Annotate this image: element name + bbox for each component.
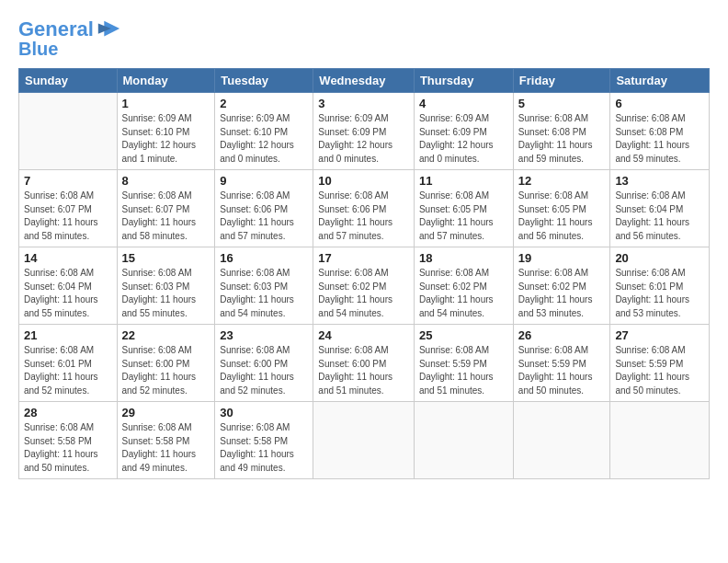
day-info: Sunrise: 6:08 AMSunset: 6:04 PMDaylight:… (24, 267, 112, 320)
day-info: Sunrise: 6:08 AMSunset: 6:03 PMDaylight:… (220, 267, 308, 320)
day-info: Sunrise: 6:08 AMSunset: 6:02 PMDaylight:… (318, 267, 409, 320)
day-info: Sunrise: 6:08 AMSunset: 5:59 PMDaylight:… (518, 344, 606, 397)
day-number: 27 (615, 328, 704, 342)
day-info: Sunrise: 6:08 AMSunset: 6:01 PMDaylight:… (24, 344, 112, 397)
calendar-cell: 29Sunrise: 6:08 AMSunset: 5:58 PMDayligh… (117, 402, 215, 479)
day-number: 30 (220, 406, 308, 419)
day-number: 5 (518, 97, 606, 110)
day-number: 9 (220, 174, 308, 188)
day-info: Sunrise: 6:08 AMSunset: 5:58 PMDaylight:… (122, 421, 210, 475)
day-number: 7 (24, 174, 112, 188)
day-info: Sunrise: 6:08 AMSunset: 6:06 PMDaylight:… (220, 190, 308, 243)
day-info: Sunrise: 6:08 AMSunset: 6:05 PMDaylight:… (419, 190, 508, 243)
calendar-cell (313, 402, 415, 479)
day-info: Sunrise: 6:09 AMSunset: 6:09 PMDaylight:… (419, 112, 508, 166)
day-number: 17 (318, 251, 409, 265)
day-number: 18 (419, 251, 508, 265)
day-info: Sunrise: 6:08 AMSunset: 6:02 PMDaylight:… (518, 267, 606, 320)
calendar-week-4: 21Sunrise: 6:08 AMSunset: 6:01 PMDayligh… (19, 325, 710, 402)
calendar-cell: 9Sunrise: 6:08 AMSunset: 6:06 PMDaylight… (215, 170, 313, 247)
day-number: 11 (419, 174, 508, 188)
calendar-cell: 10Sunrise: 6:08 AMSunset: 6:06 PMDayligh… (313, 170, 415, 247)
col-header-tuesday: Tuesday (215, 69, 313, 93)
col-header-wednesday: Wednesday (313, 69, 415, 93)
calendar-cell: 13Sunrise: 6:08 AMSunset: 6:04 PMDayligh… (610, 170, 710, 247)
day-info: Sunrise: 6:08 AMSunset: 6:03 PMDaylight:… (122, 267, 210, 320)
page: General Blue SundayMondayTuesdayWednesda… (0, 0, 728, 488)
calendar-week-1: 1Sunrise: 6:09 AMSunset: 6:10 PMDaylight… (19, 93, 710, 170)
calendar-cell: 1Sunrise: 6:09 AMSunset: 6:10 PMDaylight… (117, 93, 215, 170)
day-info: Sunrise: 6:09 AMSunset: 6:09 PMDaylight:… (318, 112, 409, 166)
calendar-cell: 5Sunrise: 6:08 AMSunset: 6:08 PMDaylight… (513, 93, 610, 170)
day-info: Sunrise: 6:08 AMSunset: 6:08 PMDaylight:… (518, 112, 606, 166)
calendar-cell: 16Sunrise: 6:08 AMSunset: 6:03 PMDayligh… (215, 247, 313, 325)
day-info: Sunrise: 6:09 AMSunset: 6:10 PMDaylight:… (220, 112, 308, 166)
calendar-cell: 23Sunrise: 6:08 AMSunset: 6:00 PMDayligh… (215, 325, 313, 402)
calendar: SundayMondayTuesdayWednesdayThursdayFrid… (18, 68, 710, 479)
day-number: 29 (122, 406, 210, 419)
day-info: Sunrise: 6:08 AMSunset: 5:58 PMDaylight:… (220, 421, 308, 475)
calendar-cell: 4Sunrise: 6:09 AMSunset: 6:09 PMDaylight… (414, 93, 513, 170)
calendar-cell: 20Sunrise: 6:08 AMSunset: 6:01 PMDayligh… (610, 247, 710, 325)
calendar-cell: 22Sunrise: 6:08 AMSunset: 6:00 PMDayligh… (117, 325, 215, 402)
day-info: Sunrise: 6:08 AMSunset: 5:59 PMDaylight:… (419, 344, 508, 397)
calendar-cell (610, 402, 710, 479)
day-info: Sunrise: 6:08 AMSunset: 6:00 PMDaylight:… (318, 344, 409, 397)
day-number: 15 (122, 251, 210, 265)
logo-icon (96, 17, 121, 42)
logo-general: General (18, 17, 94, 40)
logo: General Blue (18, 17, 121, 59)
calendar-week-2: 7Sunrise: 6:08 AMSunset: 6:07 PMDaylight… (19, 170, 710, 247)
day-info: Sunrise: 6:08 AMSunset: 6:01 PMDaylight:… (615, 267, 704, 320)
calendar-cell: 24Sunrise: 6:08 AMSunset: 6:00 PMDayligh… (313, 325, 415, 402)
calendar-cell: 15Sunrise: 6:08 AMSunset: 6:03 PMDayligh… (117, 247, 215, 325)
calendar-week-3: 14Sunrise: 6:08 AMSunset: 6:04 PMDayligh… (19, 247, 710, 325)
calendar-cell: 28Sunrise: 6:08 AMSunset: 5:58 PMDayligh… (19, 402, 118, 479)
day-number: 3 (318, 97, 409, 110)
day-info: Sunrise: 6:08 AMSunset: 5:58 PMDaylight:… (24, 421, 112, 475)
logo-text: General (18, 18, 94, 40)
day-number: 23 (220, 328, 308, 342)
day-info: Sunrise: 6:08 AMSunset: 6:06 PMDaylight:… (318, 190, 409, 243)
day-number: 20 (615, 251, 704, 265)
calendar-cell (513, 402, 610, 479)
col-header-saturday: Saturday (610, 69, 710, 93)
calendar-cell: 30Sunrise: 6:08 AMSunset: 5:58 PMDayligh… (215, 402, 313, 479)
calendar-cell: 25Sunrise: 6:08 AMSunset: 5:59 PMDayligh… (414, 325, 513, 402)
day-number: 25 (419, 328, 508, 342)
day-number: 16 (220, 251, 308, 265)
calendar-cell: 21Sunrise: 6:08 AMSunset: 6:01 PMDayligh… (19, 325, 118, 402)
day-number: 19 (518, 251, 606, 265)
calendar-cell: 18Sunrise: 6:08 AMSunset: 6:02 PMDayligh… (414, 247, 513, 325)
day-info: Sunrise: 6:09 AMSunset: 6:10 PMDaylight:… (122, 112, 210, 166)
day-number: 10 (318, 174, 409, 188)
day-info: Sunrise: 6:08 AMSunset: 6:07 PMDaylight:… (122, 190, 210, 243)
calendar-cell: 26Sunrise: 6:08 AMSunset: 5:59 PMDayligh… (513, 325, 610, 402)
day-number: 8 (122, 174, 210, 188)
calendar-cell: 17Sunrise: 6:08 AMSunset: 6:02 PMDayligh… (313, 247, 415, 325)
day-number: 13 (615, 174, 704, 188)
day-number: 2 (220, 97, 308, 110)
col-header-sunday: Sunday (19, 69, 118, 93)
calendar-week-5: 28Sunrise: 6:08 AMSunset: 5:58 PMDayligh… (19, 402, 710, 479)
col-header-thursday: Thursday (414, 69, 513, 93)
day-number: 22 (122, 328, 210, 342)
calendar-header-row: SundayMondayTuesdayWednesdayThursdayFrid… (19, 69, 710, 93)
day-info: Sunrise: 6:08 AMSunset: 6:08 PMDaylight:… (615, 112, 704, 166)
calendar-cell: 3Sunrise: 6:09 AMSunset: 6:09 PMDaylight… (313, 93, 415, 170)
day-info: Sunrise: 6:08 AMSunset: 6:00 PMDaylight:… (122, 344, 210, 397)
calendar-cell (414, 402, 513, 479)
calendar-cell: 11Sunrise: 6:08 AMSunset: 6:05 PMDayligh… (414, 170, 513, 247)
calendar-cell: 14Sunrise: 6:08 AMSunset: 6:04 PMDayligh… (19, 247, 118, 325)
day-number: 24 (318, 328, 409, 342)
calendar-cell (19, 93, 118, 170)
day-number: 28 (24, 406, 112, 419)
col-header-friday: Friday (513, 69, 610, 93)
day-info: Sunrise: 6:08 AMSunset: 6:02 PMDaylight:… (419, 267, 508, 320)
calendar-cell: 12Sunrise: 6:08 AMSunset: 6:05 PMDayligh… (513, 170, 610, 247)
day-number: 26 (518, 328, 606, 342)
header: General Blue (18, 17, 710, 59)
day-info: Sunrise: 6:08 AMSunset: 5:59 PMDaylight:… (615, 344, 704, 397)
day-number: 1 (122, 97, 210, 110)
day-info: Sunrise: 6:08 AMSunset: 6:05 PMDaylight:… (518, 190, 606, 243)
